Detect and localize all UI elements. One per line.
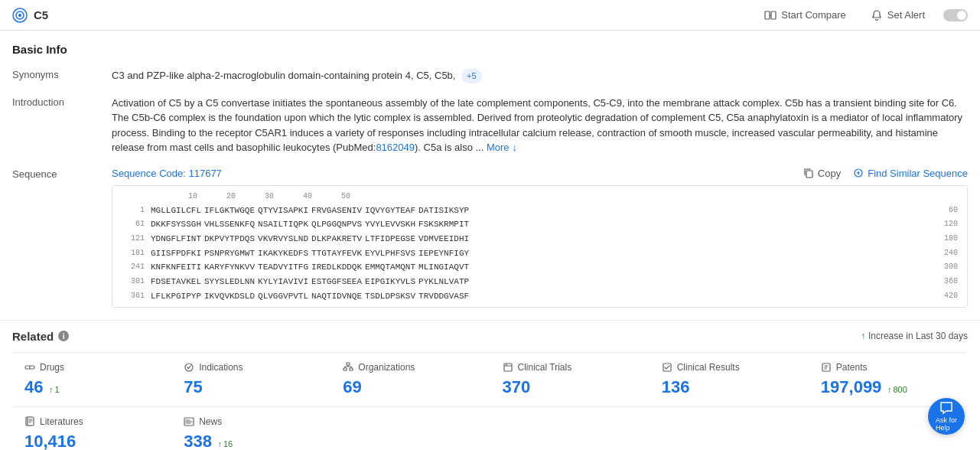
svg-rect-3 <box>765 11 770 19</box>
indications-label: Indications <box>199 362 243 373</box>
literatures-value: 10,416 <box>24 432 76 451</box>
header-right: Start Compare Set Alert <box>758 6 968 24</box>
news-value: 338 <box>184 432 212 451</box>
find-similar-button[interactable]: Find Similar Sequence <box>853 168 968 179</box>
sequence-ruler: 10 20 30 40 50 <box>122 192 958 201</box>
stats-grid-row1: Drugs 46 ↑1 Indications 75 <box>12 352 968 406</box>
set-alert-button[interactable]: Set Alert <box>864 6 931 24</box>
stat-clinical-trials[interactable]: Clinical Trials 370 <box>490 353 650 406</box>
more-link[interactable]: More ↓ <box>487 142 517 153</box>
drugs-delta-value: 1 <box>55 385 60 394</box>
sequence-code[interactable]: Sequence Code: 117677 <box>112 168 222 179</box>
stats-grid-row2: Literatures 10,416 News 338 ↑16 <box>12 406 968 451</box>
news-value-row: 338 ↑16 <box>184 432 318 451</box>
increase-label: Increase in Last 30 days <box>868 331 968 341</box>
page-header: C5 Start Compare Set Alert <box>0 0 980 31</box>
sequence-label: Sequence <box>12 168 112 180</box>
seq-line-2: 61DKKFSYSSGHVHLSSENKFQNSAILTIQPKQLPGGQNP… <box>122 217 958 232</box>
lit-icon <box>24 416 35 427</box>
header-left: C5 <box>12 8 48 23</box>
pubmed-link[interactable]: 8162049 <box>376 142 415 153</box>
patents-delta-arrow: ↑ <box>887 385 892 394</box>
basic-info-title: Basic Info <box>12 43 968 56</box>
seq-line-5: 241KNFKNFEITIKARYFYNKVVTEADVYITFGIREDLKD… <box>122 260 958 275</box>
synonyms-text: C3 and PZP-like alpha-2-macroglobulin do… <box>112 70 455 81</box>
start-compare-label: Start Compare <box>781 9 846 21</box>
pill-icon <box>24 362 35 373</box>
news-delta-value: 16 <box>223 439 233 448</box>
increase-badge: ↑ Increase in Last 30 days <box>861 331 968 341</box>
seq-line-3: 121YDNGFLFINTDKPVYTPDQSVKVRVYSLNDDLKPAKR… <box>122 232 958 246</box>
svg-rect-12 <box>343 368 347 370</box>
stat-organizations-header: Organizations <box>343 362 477 373</box>
find-similar-label: Find Similar Sequence <box>868 168 968 179</box>
alert-toggle[interactable] <box>943 9 968 21</box>
patent-icon <box>821 362 832 373</box>
svg-rect-6 <box>806 171 812 178</box>
sequence-container: Sequence Code: 117677 Copy <box>112 168 968 308</box>
set-alert-label: Set Alert <box>887 9 925 21</box>
clinical-results-value: 136 <box>662 377 690 396</box>
drugs-value-row: 46 ↑1 <box>24 377 159 397</box>
patents-label: Patents <box>836 362 868 373</box>
stat-clinical-trials-header: Clinical Trials <box>503 362 637 373</box>
svg-rect-14 <box>504 364 512 371</box>
indications-value: 75 <box>184 377 202 396</box>
news-label: News <box>199 416 222 427</box>
svg-point-2 <box>18 14 21 17</box>
introduction-value: Activation of C5 by a C5 convertase init… <box>112 96 968 155</box>
synonyms-value: C3 and PZP-like alpha-2-macroglobulin do… <box>112 68 968 83</box>
stat-literatures[interactable]: Literatures 10,416 <box>12 407 171 451</box>
stat-indications-header: Indications <box>184 362 318 373</box>
news-icon <box>184 416 194 427</box>
help-button[interactable]: Ask forHelp <box>928 398 965 435</box>
introduction-label: Introduction <box>12 96 112 108</box>
target-icon <box>12 8 28 23</box>
related-title-text: Related <box>12 330 54 343</box>
svg-rect-4 <box>771 11 776 19</box>
organizations-value: 69 <box>343 377 361 396</box>
stat-drugs[interactable]: Drugs 46 ↑1 <box>12 353 171 406</box>
results-icon <box>662 362 672 373</box>
info-icon[interactable]: i <box>58 331 69 341</box>
drugs-label: Drugs <box>40 362 64 373</box>
stat-news[interactable]: News 338 ↑16 <box>171 407 330 451</box>
sequence-box[interactable]: 10 20 30 40 50 1MGLLGILCFLIFLGKTWGQEQTYV… <box>112 185 968 308</box>
stat-organizations[interactable]: Organizations 69 <box>330 353 490 406</box>
stat-patents-header: Patents <box>821 362 956 373</box>
stat-clinical-results[interactable]: Clinical Results 136 <box>650 353 809 406</box>
indications-icon <box>184 362 194 373</box>
related-section: Related i ↑ Increase in Last 30 days Dru… <box>0 320 980 451</box>
stat-indications[interactable]: Indications 75 <box>171 353 330 406</box>
sequence-actions: Copy Find Similar Sequence <box>803 168 968 179</box>
svg-rect-13 <box>350 368 353 370</box>
copy-button[interactable]: Copy <box>803 168 841 179</box>
compare-icon <box>764 9 777 21</box>
news-delta-arrow: ↑ <box>218 439 223 448</box>
stat-drugs-header: Drugs <box>24 362 159 373</box>
stat-news-header: News <box>184 416 318 427</box>
seq-line-4: 181GIISFPDFKIPSNPRYGMWTIKAKYKEDFSTTGTAYF… <box>122 246 958 261</box>
stat-clinical-results-header: Clinical Results <box>662 362 796 373</box>
seq-line-6: 301FDSETAVKELSYYSLEDLNNKYLYIAVIVIESTGGFS… <box>122 275 958 289</box>
synonyms-badge[interactable]: +5 <box>461 69 482 83</box>
trials-icon <box>503 362 513 373</box>
start-compare-button[interactable]: Start Compare <box>758 6 852 24</box>
sequence-row: Sequence Sequence Code: 117677 Copy <box>12 168 968 308</box>
trend-arrow-icon: ↑ <box>861 331 865 341</box>
synonyms-row: Synonyms C3 and PZP-like alpha-2-macrogl… <box>12 68 968 83</box>
related-title: Related i <box>12 330 69 343</box>
copy-icon <box>803 168 814 178</box>
stat-literatures-header: Literatures <box>24 416 159 427</box>
patents-delta: ↑800 <box>887 385 907 394</box>
chat-icon <box>939 401 953 415</box>
organizations-label: Organizations <box>358 362 415 373</box>
patents-value-row: 197,099 ↑800 <box>821 377 956 397</box>
sequence-header: Sequence Code: 117677 Copy <box>112 168 968 179</box>
related-header: Related i ↑ Increase in Last 30 days <box>12 330 968 343</box>
patents-delta-value: 800 <box>893 385 907 394</box>
literatures-label: Literatures <box>40 416 83 427</box>
find-similar-icon <box>853 168 864 178</box>
synonyms-label: Synonyms <box>12 68 112 80</box>
clinical-trials-value: 370 <box>503 377 531 396</box>
